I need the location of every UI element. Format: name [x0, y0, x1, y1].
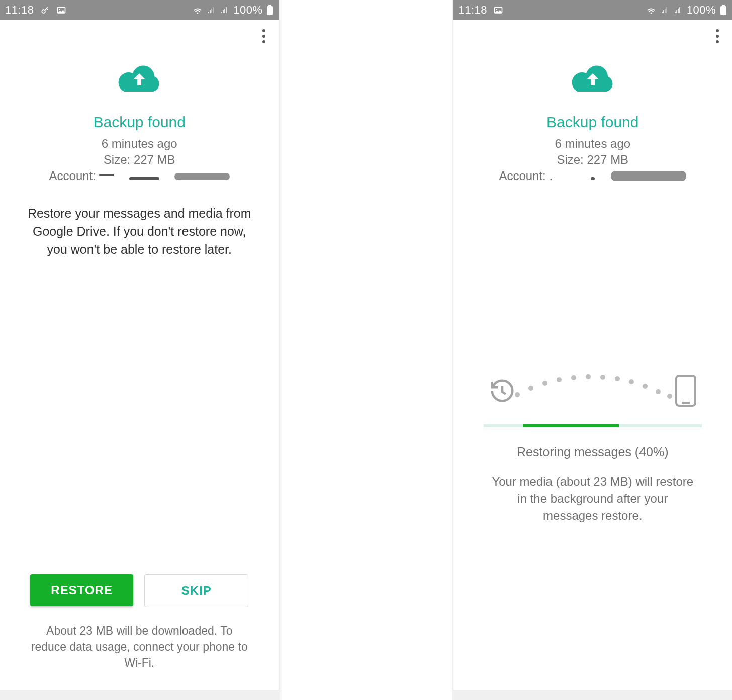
- wifi-icon: [646, 5, 657, 16]
- svg-point-0: [42, 10, 45, 13]
- redacted-text: [611, 171, 686, 181]
- skip-button[interactable]: SKIP: [144, 574, 248, 607]
- screen-restoring: 11:18 100%: [453, 0, 732, 690]
- cloud-upload-icon: [114, 61, 164, 99]
- restore-status: Restoring messages (40%): [517, 445, 669, 459]
- svg-point-17: [629, 379, 634, 384]
- restore-progress-fill: [523, 424, 619, 427]
- picture-icon: [493, 5, 503, 15]
- backup-time: 6 minutes ago: [102, 136, 177, 152]
- download-footnote: About 23 MB will be downloaded. To reduc…: [30, 623, 248, 671]
- svg-point-13: [571, 375, 576, 380]
- svg-point-12: [557, 377, 562, 382]
- signal1-icon: [661, 6, 670, 15]
- restore-description: Restore your messages and media from Goo…: [25, 204, 253, 258]
- wifi-icon: [192, 5, 203, 16]
- svg-rect-4: [268, 5, 271, 6]
- svg-rect-3: [267, 6, 273, 15]
- appbar: [0, 20, 279, 52]
- signal2-icon: [674, 6, 683, 15]
- restore-substatus: Your media (about 23 MB) will restore in…: [484, 473, 702, 524]
- page-title: Backup found: [546, 114, 638, 131]
- svg-rect-21: [676, 376, 695, 406]
- svg-point-9: [515, 392, 520, 397]
- svg-point-18: [643, 384, 648, 389]
- restore-button[interactable]: RESTORE: [30, 574, 133, 606]
- page-title: Backup found: [93, 114, 185, 131]
- battery-icon: [720, 5, 727, 16]
- backup-size: Size: 227 MB: [104, 152, 175, 168]
- redacted-text: [174, 173, 230, 180]
- overflow-menu-button[interactable]: [258, 25, 269, 47]
- cloud-upload-icon: [568, 61, 618, 99]
- phone-device-icon: [675, 374, 697, 409]
- backup-account: Account:: [25, 169, 253, 183]
- picture-icon: [56, 5, 66, 15]
- backup-size: Size: 227 MB: [557, 152, 628, 168]
- svg-point-2: [59, 9, 60, 10]
- key-icon: [40, 5, 50, 15]
- appbar: [453, 20, 732, 52]
- restore-progressbar: [484, 424, 702, 427]
- svg-point-16: [615, 376, 620, 381]
- battery-text: 100%: [687, 4, 716, 17]
- svg-point-14: [586, 374, 591, 379]
- status-time: 11:18: [5, 4, 34, 17]
- signal1-icon: [207, 6, 216, 15]
- transfer-dots-icon: [510, 367, 676, 402]
- redacted-text: [99, 174, 114, 176]
- redacted-text: [591, 177, 595, 180]
- svg-point-20: [667, 394, 672, 399]
- backup-account: Account: .: [484, 169, 702, 183]
- redacted-text: [129, 177, 159, 180]
- svg-rect-8: [722, 5, 725, 6]
- svg-point-10: [528, 386, 533, 391]
- statusbar: 11:18 100%: [453, 0, 732, 20]
- status-time: 11:18: [459, 4, 488, 17]
- signal2-icon: [220, 6, 229, 15]
- svg-point-6: [496, 9, 498, 10]
- svg-point-15: [600, 375, 605, 380]
- screen-backup-found: 11:18 100%: [0, 0, 279, 690]
- svg-point-11: [542, 381, 547, 386]
- backup-time: 6 minutes ago: [555, 136, 630, 152]
- overflow-menu-button[interactable]: [712, 25, 723, 47]
- svg-point-19: [656, 389, 661, 394]
- statusbar: 11:18 100%: [0, 0, 279, 20]
- svg-rect-7: [720, 6, 726, 15]
- battery-icon: [266, 5, 273, 16]
- battery-text: 100%: [233, 4, 262, 17]
